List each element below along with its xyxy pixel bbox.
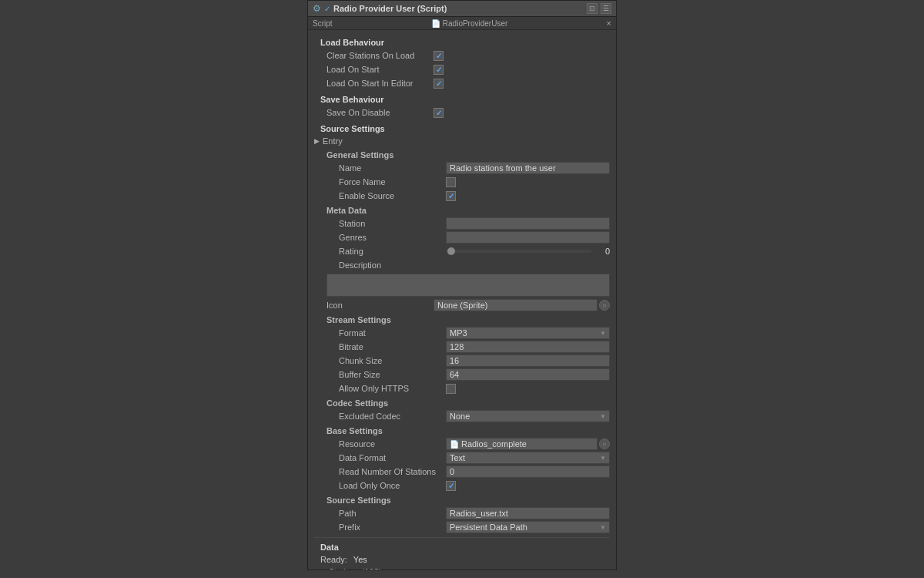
enable-source-row: Enable Source [326,189,610,203]
bitrate-row: Bitrate [326,340,610,354]
source-settings-sub-section: Source Settings Path Prefix Persistent D… [314,496,610,534]
force-name-label: Force Name [326,177,446,187]
path-input[interactable] [446,507,610,519]
entry-label: Entry [323,136,343,146]
genres-row: Genres [326,230,610,244]
buffer-size-label: Buffer Size [326,370,446,379]
format-value: MP3 ▼ [446,327,610,339]
prefix-value: Persistent Data Path ▼ [446,521,610,533]
format-dropdown[interactable]: MP3 ▼ [446,327,610,339]
load-on-start-editor-checkbox[interactable] [434,79,444,89]
stream-settings-header: Stream Settings [326,315,610,324]
load-on-start-editor-row: Load On Start In Editor [314,76,610,90]
load-only-once-checkbox[interactable] [446,481,456,491]
resource-field[interactable]: 📄 Radios_complete [446,438,598,450]
resource-field-value: Radios_complete [461,439,527,449]
ready-value: Yes [353,555,367,564]
script-close-button[interactable]: × [607,18,611,28]
station-row: Station [326,217,610,230]
name-row: Name [326,161,610,175]
rating-slider-row: 0 [446,247,610,256]
load-only-once-value [446,481,610,491]
load-on-start-label: Load On Start [314,65,434,74]
save-on-disable-row: Save On Disable [314,106,610,119]
format-dropdown-value: MP3 [450,328,467,338]
rating-slider-value: 0 [594,247,610,256]
description-row: Description [326,258,610,272]
menu-button[interactable]: ☰ [601,3,611,14]
read-number-stations-input[interactable] [446,465,610,478]
name-input[interactable] [446,162,610,174]
title-bar-right: ⊡ ☰ [587,3,611,14]
allow-only-https-value [446,384,610,394]
station-input[interactable] [446,217,610,230]
chunk-size-label: Chunk Size [326,356,446,365]
prefix-row: Prefix Persistent Data Path ▼ [326,520,610,534]
chunk-size-input[interactable] [446,355,610,367]
buffer-size-value [446,368,610,381]
entry-toggle[interactable]: ▶ Entry [314,135,610,147]
prefix-dropdown[interactable]: Persistent Data Path ▼ [446,521,610,533]
bitrate-input[interactable] [446,341,610,353]
content-area: Load Behaviour Clear Stations On Load Lo… [308,30,616,570]
separator [314,537,610,538]
allow-only-https-label: Allow Only HTTPS [326,384,446,393]
inspector-window: ⚙ ✓ Radio Provider User (Script) ⊡ ☰ Scr… [307,0,617,570]
data-format-dropdown[interactable]: Text ▼ [446,452,610,464]
stations-triangle-icon: ▶ [320,568,326,570]
load-on-start-editor-value [434,79,610,89]
stations-label: Stations (183) [329,567,381,570]
name-value [446,162,610,174]
path-label: Path [326,509,446,518]
chunk-size-value [446,355,610,367]
rating-slider-track[interactable] [446,250,591,253]
path-row: Path [326,506,610,520]
excluded-codec-dropdown-value: None [450,412,470,421]
allow-only-https-row: Allow Only HTTPS [326,381,610,395]
rating-slider-thumb[interactable] [447,247,455,255]
path-value [446,507,610,519]
station-label: Station [326,219,446,228]
load-only-once-row: Load Only Once [326,479,610,492]
stations-toggle[interactable]: ▶ Stations (183) [314,566,610,570]
bitrate-value [446,341,610,353]
resource-select-button[interactable]: ○ [599,439,610,449]
chunk-size-row: Chunk Size [326,354,610,368]
buffer-size-input[interactable] [446,368,610,381]
station-value [446,217,610,230]
title-bar: ⚙ ✓ Radio Provider User (Script) ⊡ ☰ [308,1,616,17]
enable-source-checkbox[interactable] [446,191,456,201]
genres-input[interactable] [446,231,610,244]
resource-value: 📄 Radios_complete ○ [446,438,610,450]
source-settings-sub-header: Source Settings [326,496,610,505]
maximize-button[interactable]: ⊡ [587,3,598,14]
clear-stations-checkbox[interactable] [434,51,444,61]
save-on-disable-value [434,108,610,118]
force-name-value [446,177,610,187]
excluded-codec-label: Excluded Codec [326,412,446,421]
data-format-dropdown-arrow-icon: ▼ [600,455,606,462]
excluded-codec-row: Excluded Codec None ▼ [326,409,610,423]
icon-value: None (Sprite) ○ [434,299,610,311]
force-name-checkbox[interactable] [446,177,456,187]
general-settings-section: General Settings Name Force Name Enable … [314,150,610,203]
read-number-stations-row: Read Number Of Stations [326,465,610,479]
description-field[interactable] [326,274,610,297]
icon-field[interactable]: None (Sprite) [434,299,598,311]
excluded-codec-dropdown-arrow-icon: ▼ [600,413,606,420]
allow-only-https-checkbox[interactable] [446,384,456,394]
excluded-codec-dropdown[interactable]: None ▼ [446,410,610,422]
window-title: Radio Provider User (Script) [333,4,447,13]
save-on-disable-checkbox[interactable] [434,108,444,118]
script-file-icon: 📄 [431,19,440,28]
resource-label: Resource [326,439,446,449]
load-on-start-checkbox[interactable] [434,65,444,75]
prefix-dropdown-value: Persistent Data Path [450,523,527,532]
load-only-once-label: Load Only Once [326,481,446,490]
enable-source-label: Enable Source [326,191,446,200]
data-format-label: Data Format [326,453,446,462]
icon-select-button[interactable]: ○ [599,300,610,311]
rating-label: Rating [326,247,446,256]
format-label: Format [326,328,446,338]
script-bar: Script 📄 RadioProviderUser × [308,17,616,30]
